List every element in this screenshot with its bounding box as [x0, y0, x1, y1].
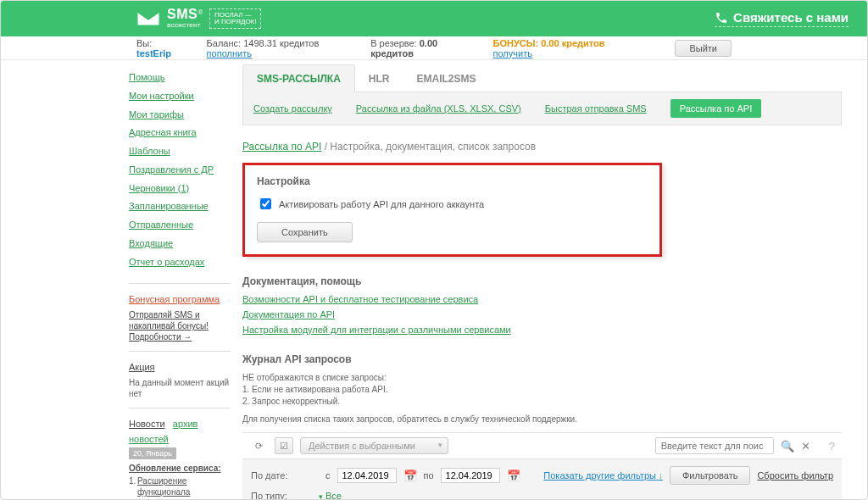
- breadcrumb: Рассылка по API / Настройка, документаци…: [242, 141, 842, 153]
- tab-sms[interactable]: SMS-РАССЫЛКА: [242, 64, 355, 92]
- help-icon[interactable]: ?: [829, 440, 835, 453]
- config-box: Настройка Активировать работу API для да…: [242, 163, 662, 257]
- news-date: 20, Январь: [129, 447, 176, 459]
- news-item[interactable]: Расширение функционала дополнительных: [129, 475, 234, 500]
- sidebar-report[interactable]: Отчет о расходах: [129, 257, 204, 269]
- brand-name: SMS: [167, 7, 198, 21]
- tab-email2sms[interactable]: EMAIL2SMS: [403, 65, 489, 92]
- logo-block: SMS® ассистент ПОСЛАЛ — И ПОРЯДОК!: [136, 8, 261, 30]
- doc-api[interactable]: Документация по API: [242, 309, 842, 319]
- tagline: ПОСЛАЛ — И ПОРЯДОК!: [209, 8, 261, 30]
- brand-sub: ассистент: [167, 21, 203, 29]
- news-block: Новости архив новостей: [129, 419, 198, 444]
- toolbar: ⟳ ☑ Действия с выбранными 🔍 ✕ ?: [242, 432, 842, 459]
- log-support: Для получения списка таких запросов, обр…: [242, 414, 842, 424]
- search-input[interactable]: [655, 437, 774, 454]
- news-headline[interactable]: Обновление сервиса:: [129, 464, 234, 473]
- sidebar-inbox[interactable]: Входящие: [129, 238, 173, 250]
- sidebar-tariffs[interactable]: Мои тарифы: [129, 109, 184, 121]
- sidebar-addressbook[interactable]: Адресная книга: [129, 127, 197, 139]
- filter-type-value[interactable]: Все: [319, 491, 342, 500]
- activate-api-checkbox[interactable]: [260, 198, 271, 209]
- promo-title: Акция: [129, 362, 155, 372]
- calendar-from-icon[interactable]: 📅: [403, 469, 417, 482]
- save-button[interactable]: Сохранить: [257, 222, 353, 242]
- search-icon[interactable]: 🔍: [781, 440, 794, 453]
- bonus-desc: Отправляй SMS и накапливай бонусы! Подро…: [129, 309, 234, 342]
- sidebar-drafts[interactable]: Черновики (1): [129, 183, 189, 195]
- tab-hlr[interactable]: HLR: [355, 65, 403, 92]
- subtabs: Создать рассылку Рассылка из файла (XLS,…: [242, 92, 842, 125]
- refresh-icon[interactable]: ⟳: [249, 437, 268, 454]
- docs-title: Документация, помощь: [242, 275, 842, 287]
- bonus-program-link[interactable]: Бонусная программа: [129, 294, 220, 304]
- subtab-quick[interactable]: Быстрая отправка SMS: [545, 103, 647, 114]
- bonus-details-link[interactable]: Подробности →: [129, 332, 192, 342]
- balance: Баланс: 1498.31 кредитов пополнить: [207, 38, 348, 58]
- current-user: Вы: testErip: [136, 38, 183, 58]
- date-from-input[interactable]: [337, 468, 397, 483]
- bonus: БОНУСЫ: 0.00 кредитов получить: [493, 38, 628, 58]
- exit-button[interactable]: Выйти: [675, 40, 732, 57]
- doc-modules[interactable]: Настройка модулей для интеграции с разли…: [242, 325, 842, 335]
- username-link[interactable]: testErip: [136, 48, 171, 58]
- subtab-create[interactable]: Создать рассылку: [253, 103, 332, 114]
- sidebar-templates[interactable]: Шаблоны: [129, 146, 170, 158]
- filter-date-label: По дате:: [251, 470, 319, 481]
- bulk-actions-select[interactable]: Действия с выбранными: [300, 437, 448, 454]
- subtab-file[interactable]: Рассылка из файла (XLS, XLSX, CSV): [356, 103, 521, 114]
- calendar-to-icon[interactable]: 📅: [507, 469, 520, 482]
- main: SMS-РАССЫЛКА HLR EMAIL2SMS Создать рассы…: [234, 60, 867, 499]
- topup-link[interactable]: пополнить: [207, 48, 252, 58]
- date-to-input[interactable]: [441, 468, 500, 483]
- config-title: Настройка: [257, 175, 648, 187]
- reset-filter-link[interactable]: Сбросить фильтр: [757, 470, 833, 481]
- user-bar: Вы: testErip Баланс: 1498.31 кредитов по…: [1, 36, 867, 60]
- tabs: SMS-РАССЫЛКА HLR EMAIL2SMS: [242, 64, 842, 92]
- phone-icon: [715, 11, 728, 25]
- envelope-icon: [136, 11, 160, 26]
- sidebar: Помощь Мои настройки Мои тарифы Адресная…: [124, 60, 234, 499]
- activate-api-label[interactable]: Активировать работу API для данного акка…: [257, 196, 648, 212]
- sidebar-sent[interactable]: Отправленные: [129, 219, 193, 231]
- select-all-icon[interactable]: ☑: [275, 437, 293, 454]
- sidebar-scheduled[interactable]: Запланированные: [129, 201, 209, 213]
- subtab-api[interactable]: Рассылка по API: [670, 99, 762, 118]
- crumb-api[interactable]: Рассылка по API: [242, 141, 321, 153]
- show-filters-link[interactable]: Показать другие фильтры ↓: [543, 470, 663, 481]
- top-bar: SMS® ассистент ПОСЛАЛ — И ПОРЯДОК! Свяжи…: [1, 1, 867, 36]
- bonus-get-link[interactable]: получить: [493, 48, 532, 58]
- reserve: В резерве: 0.00 кредитов: [370, 38, 469, 58]
- contact-link[interactable]: Свяжитесь с нами: [715, 10, 849, 27]
- clear-icon[interactable]: ✕: [801, 440, 810, 453]
- sidebar-settings[interactable]: Мои настройки: [129, 91, 194, 103]
- promo-text: На данный момент акций нет: [129, 377, 234, 399]
- filters: По дате: с 📅 по 📅 Показать другие фильтр…: [242, 459, 842, 500]
- filter-button[interactable]: Фильтровать: [670, 466, 750, 485]
- log-note: НЕ отображаются в списке запросы: 1. Есл…: [242, 372, 842, 408]
- sidebar-birthday[interactable]: Поздравления с ДР: [129, 164, 214, 176]
- filter-type-label: По типу:: [251, 491, 319, 500]
- log-title: Журнал API запросов: [242, 353, 842, 365]
- sidebar-help[interactable]: Помощь: [129, 72, 165, 84]
- doc-capabilities[interactable]: Возможности API и бесплатное тестировани…: [242, 294, 842, 304]
